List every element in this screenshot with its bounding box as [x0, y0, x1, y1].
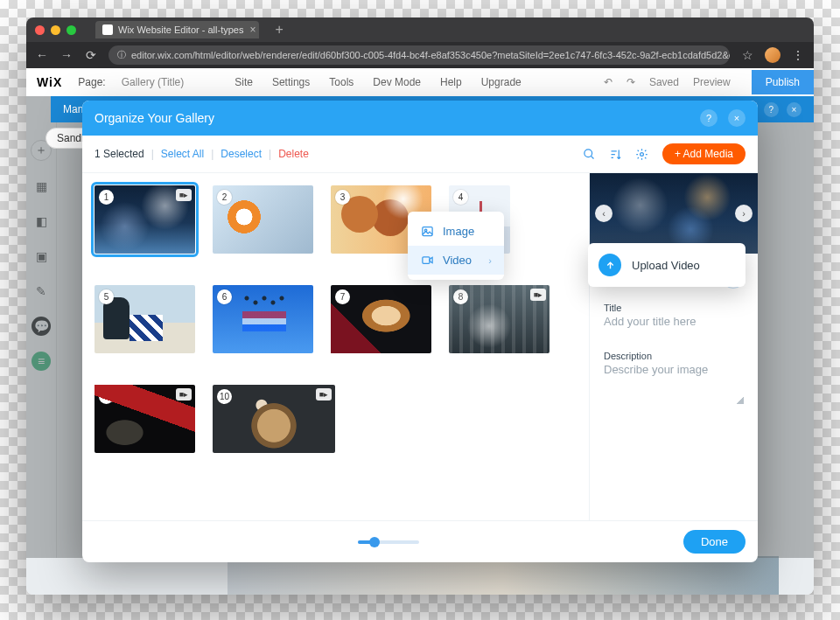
- gallery-item[interactable]: 6: [213, 285, 313, 353]
- upload-video-flyout[interactable]: Upload Video: [588, 243, 746, 287]
- browser-tab[interactable]: Wix Website Editor - all-types ×: [95, 21, 259, 38]
- gallery-item[interactable]: 2: [213, 185, 313, 254]
- svg-point-2: [640, 152, 644, 156]
- address-field[interactable]: ⓘ editor.wix.com/html/editor/web/rendere…: [108, 45, 730, 65]
- preview-image: ‹ ›: [590, 173, 758, 254]
- browser-window: Wix Website Editor - all-types × + ← → ⟳…: [26, 17, 814, 595]
- tab-title: Wix Website Editor - all-types: [118, 24, 243, 35]
- modal-close-icon[interactable]: ×: [728, 109, 746, 127]
- url-bar: ← → ⟳ ⓘ editor.wix.com/html/editor/web/r…: [26, 42, 814, 68]
- svg-point-0: [584, 149, 592, 157]
- preview-button[interactable]: Preview: [693, 76, 731, 88]
- redo-icon[interactable]: ↷: [626, 76, 635, 88]
- profile-avatar[interactable]: [765, 47, 780, 63]
- editor-menus: Site Settings Tools Dev Mode Help Upgrad…: [234, 76, 521, 88]
- upload-video-label: Upload Video: [632, 259, 700, 272]
- video-badge-icon: ■▸: [176, 189, 192, 201]
- dropdown-image-option[interactable]: Image: [408, 217, 504, 246]
- organize-gallery-modal: Organize Your Gallery ? × 1 Selected | S…: [82, 101, 758, 562]
- back-icon[interactable]: ←: [35, 48, 49, 62]
- menu-tools[interactable]: Tools: [329, 76, 354, 88]
- collection-help-icon[interactable]: ?: [764, 102, 779, 117]
- menu-upgrade[interactable]: Upgrade: [481, 76, 522, 88]
- gallery-item[interactable]: 1■▸: [94, 185, 195, 254]
- star-icon[interactable]: ☆: [740, 48, 754, 62]
- title-label: Title: [590, 296, 758, 315]
- close-tab-icon[interactable]: ×: [249, 24, 256, 36]
- menu-settings[interactable]: Settings: [272, 76, 310, 88]
- svg-rect-3: [422, 227, 431, 236]
- delete-button[interactable]: Delete: [278, 148, 309, 160]
- page-selector[interactable]: Gallery (Title): [122, 76, 185, 88]
- minimize-window-icon[interactable]: [51, 25, 60, 35]
- reload-icon[interactable]: ⟳: [84, 48, 98, 62]
- chevron-right-icon: ›: [488, 255, 492, 266]
- video-badge-icon: ■▸: [316, 388, 332, 401]
- fullscreen-window-icon[interactable]: [66, 25, 76, 35]
- add-media-button[interactable]: + Add Media: [662, 143, 746, 164]
- collection-close-icon[interactable]: ×: [787, 102, 802, 117]
- done-button[interactable]: Done: [683, 530, 746, 554]
- menu-site[interactable]: Site: [234, 76, 253, 88]
- modal-title: Organize Your Gallery: [94, 111, 214, 125]
- image-icon: [420, 225, 434, 238]
- prev-item-icon[interactable]: ‹: [595, 205, 612, 222]
- gallery-item[interactable]: 9■▸: [94, 385, 195, 453]
- deselect-button[interactable]: Deselect: [220, 148, 262, 160]
- publish-button[interactable]: Publish: [752, 70, 814, 94]
- menu-help[interactable]: Help: [440, 76, 462, 88]
- kebab-menu-icon[interactable]: ⋮: [791, 48, 805, 62]
- dropdown-video-option[interactable]: Video ›: [408, 246, 504, 275]
- description-label: Description: [590, 344, 758, 363]
- editor-top-bar: WiX Page: Gallery (Title) Site Settings …: [26, 68, 814, 97]
- sort-icon[interactable]: [608, 146, 624, 162]
- next-item-icon[interactable]: ›: [735, 205, 752, 222]
- page-label: Page:: [78, 76, 105, 88]
- wix-logo[interactable]: WiX: [37, 75, 62, 89]
- description-resize-handle[interactable]: [604, 380, 744, 404]
- video-badge-icon: ■▸: [176, 388, 192, 401]
- gallery-item[interactable]: 7: [331, 285, 431, 353]
- favicon-icon: [102, 24, 113, 35]
- saved-label: Saved: [649, 76, 679, 88]
- url-text: editor.wix.com/html/editor/web/renderer/…: [131, 50, 730, 60]
- menu-devmode[interactable]: Dev Mode: [373, 76, 421, 88]
- selected-count: 1 Selected: [94, 148, 144, 160]
- modal-header: Organize Your Gallery ? ×: [82, 101, 758, 136]
- modal-help-icon[interactable]: ?: [700, 109, 718, 127]
- side-panel: ‹ › Replace Video Title Add your title h…: [589, 173, 758, 520]
- traffic-lights: [35, 25, 76, 35]
- titlebar: Wix Website Editor - all-types × +: [26, 17, 814, 42]
- search-icon[interactable]: [582, 146, 598, 162]
- upload-icon: [598, 254, 621, 276]
- close-window-icon[interactable]: [35, 25, 45, 35]
- gallery-item[interactable]: 5: [94, 285, 195, 353]
- settings-icon[interactable]: [634, 146, 650, 162]
- video-icon: [420, 254, 434, 267]
- select-all-button[interactable]: Select All: [161, 148, 204, 160]
- forward-icon[interactable]: →: [60, 48, 74, 62]
- new-tab-button[interactable]: +: [275, 22, 283, 38]
- modal-toolbar: 1 Selected | Select All | Deselect | Del…: [82, 136, 758, 173]
- gallery-item[interactable]: 8■▸: [449, 285, 550, 353]
- title-input[interactable]: Add your title here: [590, 315, 758, 331]
- svg-rect-5: [422, 257, 429, 264]
- gallery-item[interactable]: 10■▸: [213, 385, 335, 453]
- description-input[interactable]: Describe your image: [590, 363, 758, 380]
- undo-icon[interactable]: ↶: [604, 76, 612, 88]
- video-badge-icon: ■▸: [530, 289, 546, 301]
- svg-line-1: [592, 156, 594, 158]
- lock-icon: ⓘ: [117, 49, 126, 61]
- zoom-slider[interactable]: [94, 540, 683, 544]
- gallery-grid: 1■▸ 2 3 4 5 6 7 8■▸ 9■▸ 10■▸: [82, 173, 589, 520]
- modal-footer: Done: [82, 520, 758, 562]
- add-media-dropdown: Image Video ›: [408, 212, 504, 280]
